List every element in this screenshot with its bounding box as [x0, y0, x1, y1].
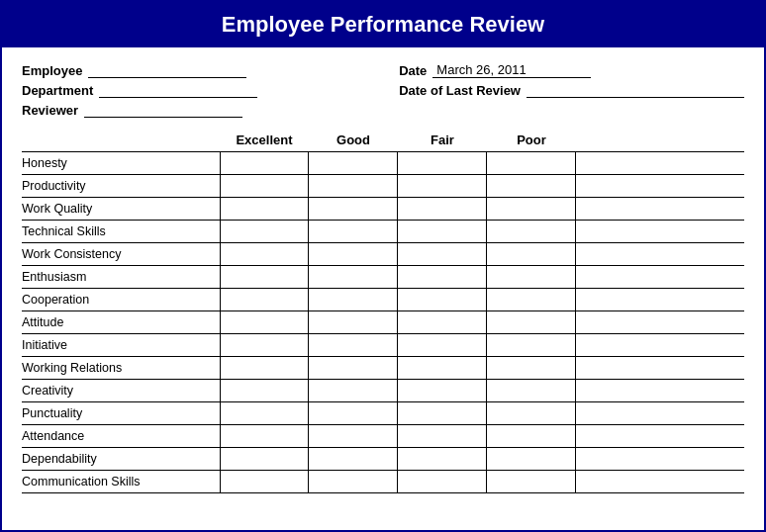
table-row: Punctuality [22, 401, 744, 424]
date-row: Date March 26, 2011 [399, 62, 591, 78]
col-header-poor: Poor [487, 133, 576, 147]
rating-cell-good[interactable] [309, 402, 398, 424]
criterion-label: Technical Skills [22, 221, 220, 242]
rating-cell-poor[interactable] [487, 380, 576, 401]
rating-cell-fair[interactable] [398, 152, 487, 174]
rating-cell-fair[interactable] [398, 311, 487, 333]
last-review-row: Date of Last Review [399, 82, 744, 98]
rating-cell-poor[interactable] [487, 289, 576, 310]
rating-cell-poor[interactable] [487, 448, 576, 470]
rating-cell-poor[interactable] [487, 175, 576, 197]
last-review-input[interactable] [527, 82, 744, 98]
department-input[interactable] [99, 82, 257, 98]
rating-cell-good[interactable] [309, 152, 398, 174]
table-row: Dependability [22, 447, 744, 470]
rating-cell-fair[interactable] [398, 448, 487, 470]
rating-cell-fair[interactable] [398, 357, 487, 379]
rating-cell-good[interactable] [309, 448, 398, 470]
employee-label: Employee [22, 63, 82, 78]
rating-cell-poor[interactable] [487, 357, 576, 379]
table-row: Productivity [22, 174, 744, 197]
rating-cell-excellent[interactable] [220, 425, 309, 447]
col-header-excellent: Excellent [220, 133, 309, 147]
rating-cell-fair[interactable] [398, 425, 487, 447]
rating-cell-fair[interactable] [398, 243, 487, 265]
rating-cell-good[interactable] [309, 175, 398, 197]
rating-cell-fair[interactable] [398, 175, 487, 197]
rating-cell-excellent[interactable] [220, 175, 309, 197]
rating-cell-good[interactable] [309, 471, 398, 492]
rating-cell-good[interactable] [309, 289, 398, 310]
rating-cell-fair[interactable] [398, 289, 487, 310]
reviewer-row: Reviewer [22, 102, 257, 118]
criterion-label: Honesty [22, 152, 220, 174]
criterion-label: Punctuality [22, 402, 220, 424]
rating-cell-fair[interactable] [398, 221, 487, 242]
rating-cell-fair[interactable] [398, 334, 487, 356]
rating-cell-poor[interactable] [487, 243, 576, 265]
rating-cell-good[interactable] [309, 357, 398, 379]
rating-cell-good[interactable] [309, 334, 398, 356]
rating-cell-excellent[interactable] [220, 152, 309, 174]
criterion-label: Attitude [22, 311, 220, 333]
criterion-label: Dependability [22, 448, 220, 470]
rating-cell-excellent[interactable] [220, 289, 309, 310]
employee-row: Employee [22, 62, 257, 78]
reviewer-input[interactable] [84, 102, 242, 118]
reviewer-label: Reviewer [22, 103, 78, 118]
criterion-label: Initiative [22, 334, 220, 356]
criterion-label: Productivity [22, 175, 220, 197]
rating-cell-poor[interactable] [487, 402, 576, 424]
rating-cell-excellent[interactable] [220, 266, 309, 288]
table-row: Cooperation [22, 288, 744, 310]
rating-cell-poor[interactable] [487, 266, 576, 288]
rating-cell-fair[interactable] [398, 380, 487, 401]
rating-cell-excellent[interactable] [220, 471, 309, 492]
rating-cell-excellent[interactable] [220, 221, 309, 242]
rating-cell-good[interactable] [309, 380, 398, 401]
col-header-good: Good [309, 133, 398, 147]
rating-cell-poor[interactable] [487, 221, 576, 242]
criterion-label: Creativity [22, 380, 220, 401]
rating-cell-good[interactable] [309, 425, 398, 447]
rating-cell-poor[interactable] [487, 311, 576, 333]
rating-cell-excellent[interactable] [220, 357, 309, 379]
rating-cell-good[interactable] [309, 311, 398, 333]
rating-cell-good[interactable] [309, 243, 398, 265]
rating-cell-excellent[interactable] [220, 243, 309, 265]
criterion-label: Work Quality [22, 198, 220, 220]
rating-cell-fair[interactable] [398, 402, 487, 424]
rating-cell-excellent[interactable] [220, 334, 309, 356]
employee-input[interactable] [88, 62, 246, 78]
rating-cell-excellent[interactable] [220, 380, 309, 401]
rating-cell-poor[interactable] [487, 425, 576, 447]
rating-cell-fair[interactable] [398, 198, 487, 220]
table-row: Work Consistency [22, 242, 744, 265]
rating-cell-excellent[interactable] [220, 311, 309, 333]
department-row: Department [22, 82, 257, 98]
rating-cell-poor[interactable] [487, 198, 576, 220]
rating-cell-good[interactable] [309, 221, 398, 242]
info-left: Employee Department Reviewer [22, 62, 257, 118]
rating-cell-excellent[interactable] [220, 448, 309, 470]
date-label: Date [399, 63, 427, 78]
info-right: Date March 26, 2011 Date of Last Review [399, 62, 744, 118]
rating-cell-poor[interactable] [487, 334, 576, 356]
ratings-body: HonestyProductivityWork QualityTechnical… [22, 151, 744, 493]
table-row: Communication Skills [22, 470, 744, 493]
criterion-label: Working Relations [22, 357, 220, 379]
info-section: Employee Department Reviewer Date March … [22, 62, 744, 118]
rating-cell-fair[interactable] [398, 471, 487, 492]
rating-cell-excellent[interactable] [220, 402, 309, 424]
rating-cell-good[interactable] [309, 266, 398, 288]
criterion-label: Communication Skills [22, 471, 220, 492]
rating-cell-excellent[interactable] [220, 198, 309, 220]
page-title: Employee Performance Review [2, 2, 764, 47]
rating-cell-poor[interactable] [487, 152, 576, 174]
last-review-label: Date of Last Review [399, 83, 521, 98]
rating-cell-good[interactable] [309, 198, 398, 220]
rating-cell-fair[interactable] [398, 266, 487, 288]
table-row: Technical Skills [22, 220, 744, 242]
rating-cell-poor[interactable] [487, 471, 576, 492]
table-row: Creativity [22, 379, 744, 401]
